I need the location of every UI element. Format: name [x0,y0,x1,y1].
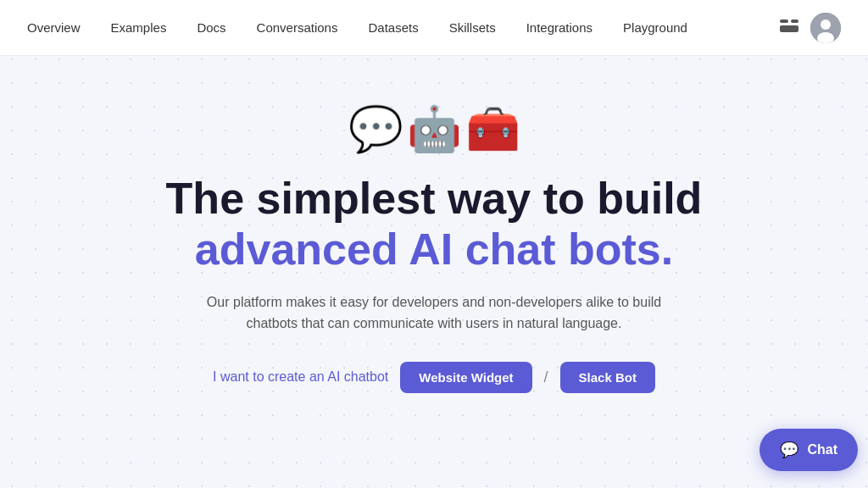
grid-icon-cell-2 [791,19,799,24]
nav-item-playground[interactable]: Playground [623,20,687,35]
nav-item-docs[interactable]: Docs [197,20,225,35]
chat-bubble-button[interactable]: 💬 Chat [760,429,858,471]
grid-icon[interactable] [780,19,798,36]
hero-subtitle: Our platform makes it easy for developer… [197,291,671,335]
nav-item-datasets[interactable]: Datasets [368,20,418,35]
nav-item-examples[interactable]: Examples [111,20,167,35]
svg-point-1 [821,19,831,30]
hero-section: 💬 🤖 🧰 The simplest way to build advanced… [0,56,868,393]
hero-title-line2: advanced AI chat bots. [195,223,673,275]
nav-links: Overview Examples Docs Conversations Dat… [27,20,687,35]
website-widget-button[interactable]: Website Widget [400,362,531,393]
chat-bubble-icon: 💬 [780,441,798,459]
cta-divider: / [544,369,548,386]
grid-icon-cell-1 [780,19,788,24]
nav-item-conversations[interactable]: Conversations [257,20,338,35]
cta-text: I want to create an AI chatbot [213,369,388,385]
toolbox-emoji: 🧰 [465,107,520,151]
cta-row: I want to create an AI chatbot Website W… [213,362,655,393]
user-avatar[interactable] [810,13,841,43]
nav-item-skillsets[interactable]: Skillsets [449,20,496,35]
grid-icon-cell-3 [780,25,798,32]
navbar: Overview Examples Docs Conversations Dat… [0,0,868,56]
emoji-row: 💬 🤖 🧰 [348,107,520,151]
speech-bubble-emoji: 💬 [348,107,403,151]
nav-item-overview[interactable]: Overview [27,20,81,35]
robot-emoji: 🤖 [407,107,462,151]
nav-item-integrations[interactable]: Integrations [526,20,593,35]
hero-title-line1: The simplest way to build [166,175,703,223]
chat-bubble-label: Chat [807,442,837,458]
nav-right [780,13,841,43]
slack-bot-button[interactable]: Slack Bot [560,362,655,393]
